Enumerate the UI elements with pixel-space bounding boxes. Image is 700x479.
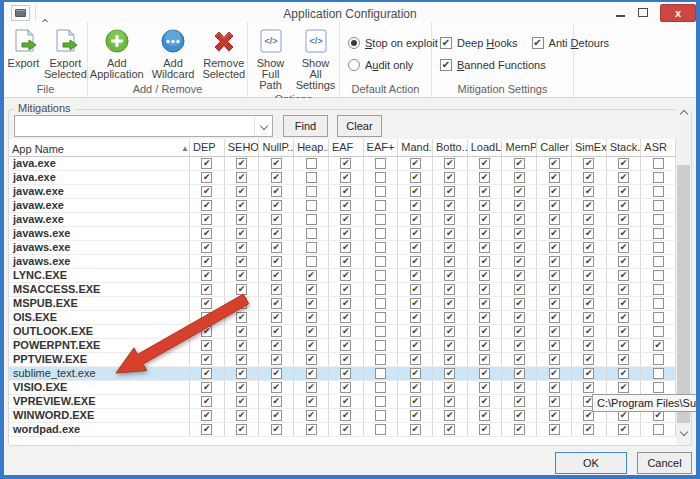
checkbox-checked-icon[interactable]: ✔: [410, 368, 421, 379]
checkbox-checked-icon[interactable]: ✔: [479, 158, 490, 169]
checkbox-checked-icon[interactable]: ✔: [514, 284, 525, 295]
checkbox-checked-icon[interactable]: ✔: [201, 186, 212, 197]
checkbox-checked-icon[interactable]: ✔: [271, 368, 282, 379]
checkbox-checked-icon[interactable]: ✔: [479, 410, 490, 421]
banned-functions-checkbox[interactable]: ✔ Banned Functions: [440, 59, 546, 71]
checkbox-checked-icon[interactable]: ✔: [444, 340, 455, 351]
checkbox-checked-icon[interactable]: ✔: [410, 382, 421, 393]
checkbox-checked-icon[interactable]: ✔: [444, 298, 455, 309]
checkbox-checked-icon[interactable]: ✔: [410, 186, 421, 197]
minimize-button[interactable]: [616, 15, 625, 17]
table-row[interactable]: PPTVIEW.EXE✔✔✔✔✔✔✔✔✔✔✔✔: [9, 353, 676, 367]
checkbox-checked-icon[interactable]: ✔: [201, 284, 212, 295]
checkbox-checked-icon[interactable]: ✔: [236, 158, 247, 169]
checkbox-checked-icon[interactable]: ✔: [410, 326, 421, 337]
checkbox-unchecked-icon[interactable]: [306, 186, 317, 197]
checkbox-checked-icon[interactable]: ✔: [271, 410, 282, 421]
add-application-button[interactable]: Add Application: [86, 26, 148, 82]
column-header-app-name[interactable]: App Name ▲: [9, 139, 190, 156]
checkbox-unchecked-icon[interactable]: [653, 312, 664, 323]
search-input[interactable]: [15, 116, 254, 136]
checkbox-checked-icon[interactable]: ✔: [444, 354, 455, 365]
checkbox-unchecked-icon[interactable]: [375, 200, 386, 211]
checkbox-checked-icon[interactable]: ✔: [444, 186, 455, 197]
table-row[interactable]: javaw.exe✔✔✔✔✔✔✔✔✔✔✔: [9, 185, 676, 199]
checkbox-checked-icon[interactable]: ✔: [201, 340, 212, 351]
checkbox-checked-icon[interactable]: ✔: [444, 214, 455, 225]
table-row[interactable]: VISIO.EXE✔✔✔✔✔✔✔✔✔✔✔✔: [9, 381, 676, 395]
checkbox-checked-icon[interactable]: ✔: [549, 242, 560, 253]
checkbox-unchecked-icon[interactable]: [375, 158, 386, 169]
checkbox-unchecked-icon[interactable]: [653, 270, 664, 281]
checkbox-checked-icon[interactable]: ✔: [444, 242, 455, 253]
checkbox-checked-icon[interactable]: ✔: [479, 368, 490, 379]
checkbox-unchecked-icon[interactable]: [653, 200, 664, 211]
checkbox-checked-icon[interactable]: ✔: [201, 298, 212, 309]
checkbox-unchecked-icon[interactable]: [653, 242, 664, 253]
checkbox-checked-icon[interactable]: ✔: [583, 242, 594, 253]
checkbox-checked-icon[interactable]: ✔: [479, 256, 490, 267]
checkbox-checked-icon[interactable]: ✔: [340, 186, 351, 197]
checkbox-checked-icon[interactable]: ✔: [410, 284, 421, 295]
checkbox-unchecked-icon[interactable]: [375, 382, 386, 393]
checkbox-unchecked-icon[interactable]: [653, 228, 664, 239]
checkbox-unchecked-icon[interactable]: [375, 340, 386, 351]
checkbox-checked-icon[interactable]: ✔: [618, 242, 629, 253]
column-header[interactable]: Botto...: [433, 139, 468, 156]
cancel-button[interactable]: Cancel: [637, 452, 692, 474]
checkbox-checked-icon[interactable]: ✔: [410, 242, 421, 253]
column-header[interactable]: EAF: [329, 139, 364, 156]
checkbox-checked-icon[interactable]: ✔: [549, 326, 560, 337]
add-wildcard-button[interactable]: Add Wildcard: [148, 26, 199, 82]
remove-selected-button[interactable]: Remove Selected: [198, 26, 249, 82]
vertical-scrollbar[interactable]: [676, 106, 691, 440]
checkbox-checked-icon[interactable]: ✔: [236, 326, 247, 337]
column-header[interactable]: EAF+: [364, 139, 399, 156]
checkbox-checked-icon[interactable]: ✔: [410, 200, 421, 211]
checkbox-checked-icon[interactable]: ✔: [479, 396, 490, 407]
checkbox-checked-icon[interactable]: ✔: [549, 354, 560, 365]
show-full-path-button[interactable]: </> Show Full Path: [249, 26, 293, 93]
checkbox-unchecked-icon[interactable]: [375, 270, 386, 281]
checkbox-checked-icon[interactable]: ✔: [444, 228, 455, 239]
checkbox-unchecked-icon[interactable]: [375, 354, 386, 365]
checkbox-checked-icon[interactable]: ✔: [514, 200, 525, 211]
checkbox-unchecked-icon[interactable]: [653, 368, 664, 379]
maximize-button[interactable]: [638, 8, 648, 17]
checkbox-checked-icon[interactable]: ✔: [236, 410, 247, 421]
checkbox-checked-icon[interactable]: ✔: [479, 382, 490, 393]
checkbox-checked-icon[interactable]: ✔: [549, 158, 560, 169]
column-header[interactable]: Stack...: [607, 139, 642, 156]
table-row[interactable]: WINWORD.EXE✔✔✔✔✔✔✔✔✔✔✔✔✔: [9, 409, 676, 423]
column-header[interactable]: SimEx...: [572, 139, 607, 156]
checkbox-checked-icon[interactable]: ✔: [271, 158, 282, 169]
checkbox-checked-icon[interactable]: ✔: [410, 410, 421, 421]
checkbox-checked-icon[interactable]: ✔: [583, 424, 594, 435]
checkbox-checked-icon[interactable]: ✔: [618, 228, 629, 239]
checkbox-checked-icon[interactable]: ✔: [618, 158, 629, 169]
checkbox-checked-icon[interactable]: ✔: [201, 200, 212, 211]
checkbox-checked-icon[interactable]: ✔: [514, 186, 525, 197]
checkbox-checked-icon[interactable]: ✔: [340, 298, 351, 309]
checkbox-checked-icon[interactable]: ✔: [549, 200, 560, 211]
checkbox-checked-icon[interactable]: ✔: [201, 242, 212, 253]
checkbox-checked-icon[interactable]: ✔: [618, 368, 629, 379]
checkbox-checked-icon[interactable]: ✔: [340, 354, 351, 365]
export-selected-button[interactable]: Export Selected: [43, 26, 87, 82]
checkbox-unchecked-icon[interactable]: [306, 256, 317, 267]
checkbox-checked-icon[interactable]: ✔: [444, 382, 455, 393]
checkbox-checked-icon[interactable]: ✔: [514, 396, 525, 407]
checkbox-checked-icon[interactable]: ✔: [549, 284, 560, 295]
checkbox-checked-icon[interactable]: ✔: [236, 424, 247, 435]
mitigation-search-combobox[interactable]: [14, 115, 273, 137]
checkbox-checked-icon[interactable]: ✔: [271, 228, 282, 239]
table-row[interactable]: OUTLOOK.EXE✔✔✔✔✔✔✔✔✔✔✔✔: [9, 325, 676, 339]
checkbox-unchecked-icon[interactable]: [375, 396, 386, 407]
checkbox-checked-icon[interactable]: ✔: [479, 172, 490, 183]
checkbox-checked-icon[interactable]: ✔: [618, 312, 629, 323]
column-header[interactable]: Heap...: [294, 139, 329, 156]
checkbox-unchecked-icon[interactable]: [375, 186, 386, 197]
checkbox-unchecked-icon[interactable]: [653, 214, 664, 225]
checkbox-checked-icon[interactable]: ✔: [618, 256, 629, 267]
checkbox-checked-icon[interactable]: ✔: [236, 186, 247, 197]
